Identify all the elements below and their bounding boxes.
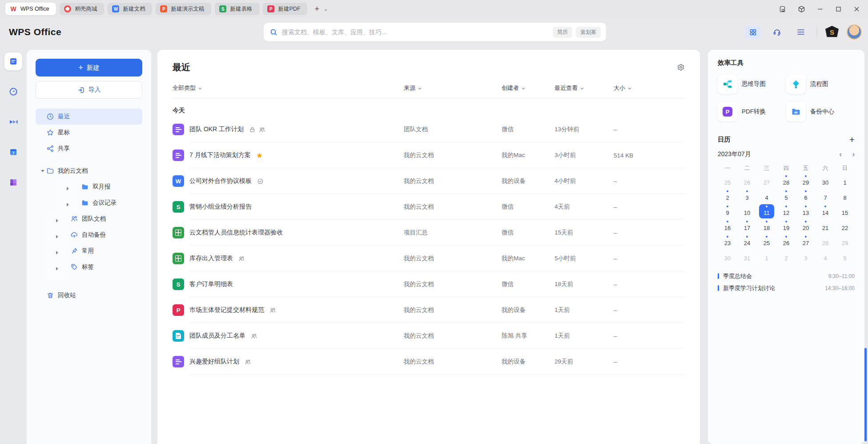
close-button[interactable] (853, 6, 860, 12)
calendar-day[interactable]: 28 (779, 174, 794, 188)
tool-flowchart[interactable]: 流程图 (786, 74, 855, 94)
file-row[interactable]: 市场主体登记提交材料规范 我的云文档 我的设备 1天前 – (173, 297, 685, 323)
event-item[interactable]: 季度总结会 9:30–11:00 (718, 270, 855, 282)
calendar-next-button[interactable]: › (852, 150, 855, 158)
filter-last-viewed[interactable]: 最近查看 (555, 84, 584, 92)
calendar-day[interactable]: 26 (779, 234, 794, 249)
sidebar-item-frequent[interactable]: 常用 (36, 243, 142, 259)
sidebar-item-trash[interactable]: 回收站 (36, 287, 142, 303)
calendar-day[interactable]: 24 (739, 234, 755, 249)
rail-chat-icon[interactable] (4, 83, 22, 101)
calendar-day[interactable]: 3 (798, 250, 813, 264)
headset-support-icon[interactable] (769, 25, 785, 39)
settings-gear-icon[interactable] (677, 63, 685, 73)
apps-grid-icon[interactable] (745, 25, 761, 39)
sidebar-item-team-docs[interactable]: 团队文档 (36, 211, 142, 227)
calendar-day[interactable]: 21 (818, 219, 833, 234)
file-row[interactable]: 营销小组业绩分析报告 我的云文档 微信 4天前 – (173, 194, 685, 220)
calendar-day[interactable]: 26 (739, 174, 755, 188)
search-input[interactable] (282, 28, 553, 36)
calendar-day[interactable]: 5 (837, 250, 852, 264)
calendar-day[interactable]: 12 (779, 204, 794, 218)
file-row[interactable]: 团队 OKR 工作计划 团队文档 微信 13分钟前 – (173, 117, 685, 142)
file-row[interactable]: 兴趣爱好组队计划 我的云文档 我的设备 29天前 – (173, 349, 685, 375)
file-row[interactable]: 云文档管人员信息统计表理器验收 项目汇总 微信 15天前 – (173, 220, 685, 246)
new-button[interactable]: + 新建 (36, 59, 142, 77)
calendar-day[interactable]: 16 (720, 219, 735, 234)
tool-mindmap[interactable]: 思维导图 (718, 74, 786, 94)
sidebar-item-bimonthly-report[interactable]: 双月报 (36, 179, 142, 195)
filter-all-types[interactable]: 全部类型 (173, 84, 202, 92)
calendar-day[interactable]: 27 (759, 174, 774, 188)
add-event-button[interactable]: + (849, 135, 855, 144)
tab-new-spreadsheet[interactable]: 新建表格 (215, 3, 259, 15)
calendar-day[interactable]: 1 (759, 250, 774, 264)
tool-pdf-convert[interactable]: P PDF转换 (718, 102, 786, 121)
tab-list-chevron-icon[interactable]: ⌄ (324, 6, 328, 12)
workspace-cube-icon[interactable] (798, 5, 805, 13)
calendar-day[interactable]: 30 (720, 250, 735, 264)
calendar-day[interactable]: 27 (798, 234, 813, 249)
tool-backup-center[interactable]: 备份中心 (786, 102, 855, 121)
calendar-day[interactable]: 13 (798, 204, 813, 218)
minimize-button[interactable] (817, 6, 824, 12)
calendar-day[interactable]: 4 (818, 250, 833, 264)
filter-size[interactable]: 大小 (614, 84, 632, 92)
file-row[interactable]: 公司对外合作协议模板 我的云文档 我的设备 4小时前 – (173, 168, 685, 194)
calendar-day[interactable]: 6 (798, 189, 813, 203)
filter-source[interactable]: 来源 (404, 84, 422, 92)
tab-new-presentation[interactable]: 新建演示文稿 (156, 3, 211, 15)
rail-apps-icon[interactable] (4, 174, 22, 191)
calendar-day[interactable]: 17 (739, 219, 755, 234)
calendar-day-selected[interactable]: 11 (759, 204, 774, 218)
event-item[interactable]: 新季度学习计划讨论 14:30–16:00 (718, 282, 855, 294)
scrollbar-thumb[interactable] (864, 348, 867, 441)
maximize-button[interactable] (835, 6, 842, 12)
calendar-day[interactable]: 9 (720, 204, 735, 218)
calendar-day[interactable]: 20 (798, 219, 813, 234)
calendar-day[interactable]: 29 (837, 234, 852, 249)
calendar-day[interactable]: 14 (818, 204, 833, 218)
tab-new-document[interactable]: 新建文档 (108, 3, 152, 15)
calendar-day[interactable]: 30 (818, 174, 833, 188)
tab-wps-office[interactable]: WPS Office (5, 3, 56, 15)
calendar-prev-button[interactable]: ‹ (839, 150, 841, 158)
search-tag-resume[interactable]: 简历 (553, 27, 572, 38)
vip-badge[interactable]: S (825, 26, 839, 38)
rail-calendar-icon[interactable]: 7 (4, 143, 22, 161)
calendar-day[interactable]: 2 (779, 250, 794, 264)
expand-caret-icon[interactable] (39, 170, 46, 172)
sidebar-item-auto-backup[interactable]: 自动备份 (36, 227, 142, 243)
file-row[interactable]: 库存出入管理表 我的云文档 我的Mac 5小时前 – (173, 246, 685, 271)
calendar-day[interactable]: 28 (818, 234, 833, 249)
calendar-day[interactable]: 4 (759, 189, 774, 203)
sidebar-item-my-cloud-docs[interactable]: 我的云文档 (36, 163, 142, 179)
calendar-day[interactable]: 10 (739, 204, 755, 218)
collapse-caret-icon[interactable] (47, 258, 67, 279)
menu-icon[interactable] (793, 25, 809, 39)
rail-documents-icon[interactable] (4, 52, 22, 70)
calendar-day[interactable]: 1 (837, 174, 852, 188)
calendar-day[interactable]: 31 (739, 250, 755, 264)
import-button[interactable]: 导入 (36, 81, 142, 99)
calendar-day[interactable]: 2 (720, 189, 735, 203)
calendar-day[interactable]: 23 (720, 234, 735, 249)
sidebar-item-meeting-notes[interactable]: 会议记录 (36, 195, 142, 211)
search-bar[interactable]: 简历 策划案 (264, 23, 606, 41)
calendar-day[interactable]: 5 (779, 189, 794, 203)
mobile-view-icon[interactable] (779, 5, 786, 13)
sidebar-item-tags[interactable]: 标签 (36, 259, 142, 275)
sidebar-item-starred[interactable]: 星标 (36, 125, 142, 141)
calendar-day[interactable]: 25 (759, 234, 774, 249)
avatar[interactable] (847, 24, 862, 40)
file-row[interactable]: 团队成员及分工名单 我的云文档 陈旭 共享 1天前 – (173, 323, 685, 349)
rail-meeting-icon[interactable] (4, 113, 22, 131)
calendar-day[interactable]: 7 (818, 189, 833, 203)
calendar-day[interactable]: 19 (779, 219, 794, 234)
calendar-day[interactable]: 8 (837, 189, 852, 203)
tab-docer-store[interactable]: 稻壳商城 (60, 3, 104, 15)
calendar-day[interactable]: 15 (837, 204, 852, 218)
calendar-day[interactable]: 18 (759, 219, 774, 234)
filter-creator[interactable]: 创建者 (502, 84, 526, 92)
file-row[interactable]: 7 月线下活动策划方案 我的云文档 我的Mac 3小时前 514 KB (173, 142, 685, 168)
